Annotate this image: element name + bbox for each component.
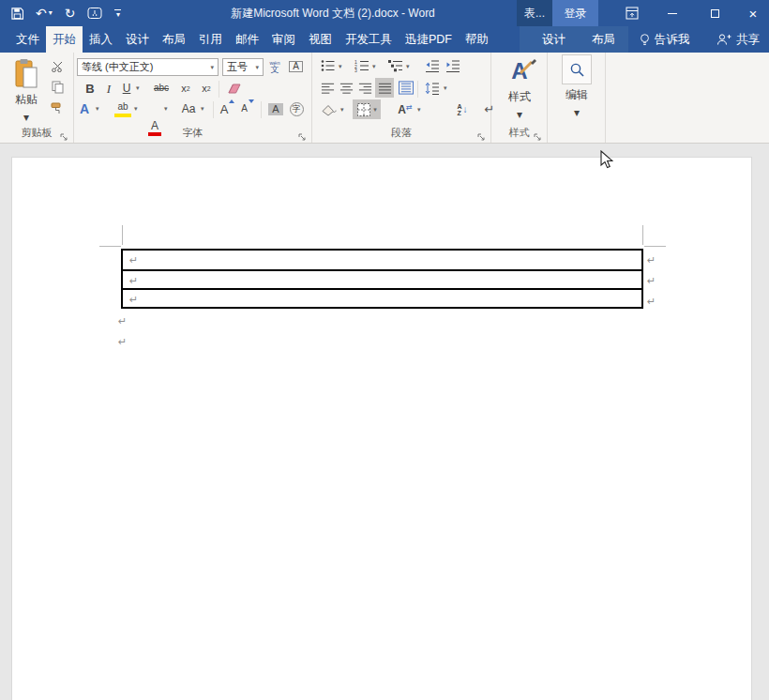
cut-button[interactable] — [49, 59, 66, 74]
table-row[interactable]: ↵ — [123, 251, 641, 269]
editing-button[interactable]: 编辑 ▾ — [556, 54, 597, 131]
tab-mailings[interactable]: 邮件 — [229, 26, 265, 53]
tab-home[interactable]: 开始 — [46, 26, 83, 53]
asian-layout-button[interactable]: A⇄ — [395, 100, 415, 118]
paragraph-group-label: 段落 — [312, 126, 490, 140]
character-border-button[interactable]: A — [287, 57, 305, 76]
tab-layout[interactable]: 布局 — [156, 26, 192, 53]
bold-button[interactable]: B — [82, 79, 98, 98]
enclose-characters-button[interactable]: 字 — [287, 99, 306, 118]
font-size-combobox[interactable]: 五号 ▾ — [222, 58, 264, 76]
shading-button[interactable] — [319, 100, 339, 118]
change-case-dropdown[interactable]: ▾ — [201, 105, 204, 113]
ribbon-display-options-button[interactable] — [614, 0, 650, 26]
save-button[interactable] — [11, 8, 23, 20]
align-left-button[interactable] — [319, 79, 336, 97]
paragraph-dialog-launcher[interactable] — [477, 129, 487, 138]
text-highlight-button[interactable]: ab — [113, 99, 133, 118]
align-center-button[interactable] — [338, 79, 354, 97]
chevron-down-icon: ▾ — [116, 12, 120, 18]
multilevel-list-dropdown[interactable]: ▾ — [406, 63, 410, 70]
distributed-button[interactable] — [397, 79, 415, 97]
maximize-button[interactable] — [696, 0, 733, 26]
table-row[interactable]: ↵ — [123, 288, 641, 307]
arrow-cursor-icon — [600, 150, 613, 170]
customize-qat-button[interactable]: ▾ — [114, 9, 121, 18]
maximize-icon — [711, 9, 719, 18]
font-color-dropdown[interactable]: ▾ — [164, 105, 168, 113]
end-of-row-mark: ↵ — [647, 254, 656, 266]
styles-dialog-launcher[interactable] — [534, 129, 543, 138]
subscript-button[interactable]: x2 — [177, 79, 194, 98]
tab-table-design[interactable]: 设计 — [529, 26, 579, 53]
redo-button[interactable]: ↻ — [65, 7, 76, 20]
tab-insert[interactable]: 插入 — [83, 26, 119, 53]
tab-pdf[interactable]: 迅捷PDF — [399, 26, 459, 53]
grow-font-button[interactable]: A — [219, 99, 236, 118]
bullets-icon — [321, 59, 336, 72]
strikethrough-button[interactable]: abc — [149, 79, 173, 98]
clipboard-dialog-launcher[interactable] — [60, 129, 69, 138]
undo-icon: ↶ — [36, 7, 47, 20]
tab-view[interactable]: 视图 — [302, 26, 339, 53]
touch-mouse-mode-button[interactable] — [87, 7, 102, 20]
asian-layout-dropdown[interactable]: ▾ — [417, 106, 421, 114]
separator — [261, 101, 262, 118]
justify-button[interactable] — [375, 78, 394, 98]
phonetic-guide-button[interactable]: wén文 — [265, 57, 284, 76]
text-effects-button[interactable]: A — [75, 99, 94, 118]
increase-indent-button[interactable] — [444, 57, 461, 74]
borders-dropdown[interactable]: ▾ — [373, 106, 377, 113]
shrink-font-button[interactable]: A — [239, 99, 256, 118]
shading-dropdown[interactable]: ▾ — [340, 106, 344, 114]
line-spacing-dropdown[interactable]: ▾ — [444, 84, 447, 92]
text-effects-dropdown[interactable]: ▾ — [96, 105, 99, 113]
font-name-combobox[interactable]: 等线 (中文正文) ▾ — [77, 58, 219, 76]
line-spacing-button[interactable] — [422, 79, 442, 97]
undo-button[interactable]: ↶▾ — [36, 7, 53, 20]
underline-dropdown[interactable]: ▾ — [136, 84, 140, 92]
numbering-button[interactable]: 123 — [354, 57, 370, 74]
shrink-arrow-icon — [249, 99, 254, 103]
tab-developer[interactable]: 开发工具 — [339, 26, 399, 53]
font-dialog-launcher[interactable] — [298, 129, 308, 138]
tab-file[interactable]: 文件 — [9, 26, 46, 53]
bullets-button[interactable] — [320, 57, 337, 74]
bullets-dropdown[interactable]: ▾ — [339, 63, 342, 70]
superscript-button[interactable]: x2 — [198, 79, 215, 98]
character-border-icon: A — [289, 61, 303, 72]
dialog-launcher-icon — [60, 133, 68, 142]
decrease-indent-button[interactable] — [423, 57, 441, 74]
character-shading-button[interactable]: A — [266, 99, 285, 118]
format-painter-button[interactable] — [49, 100, 66, 115]
text-highlight-dropdown[interactable]: ▾ — [134, 105, 138, 113]
tab-help[interactable]: 帮助 — [459, 26, 495, 53]
align-right-button[interactable] — [356, 79, 373, 97]
font-size-value: 五号 — [227, 60, 248, 74]
sort-button[interactable]: AZ ↓ — [453, 100, 472, 118]
tab-table-layout[interactable]: 布局 — [579, 26, 628, 53]
minimize-button[interactable] — [654, 0, 691, 26]
tab-review[interactable]: 审阅 — [265, 26, 302, 53]
share-button[interactable]: 共享 — [716, 26, 760, 53]
asian-layout-icon: A⇄ — [398, 104, 412, 115]
multilevel-list-button[interactable] — [387, 57, 404, 74]
tell-me-button[interactable]: 告诉我 — [640, 26, 690, 53]
change-case-button[interactable]: Aa — [177, 99, 200, 118]
copy-button[interactable] — [49, 80, 66, 95]
close-button[interactable]: × — [737, 0, 769, 26]
tab-references[interactable]: 引用 — [192, 26, 229, 53]
editing-group: 编辑 ▾ — [548, 53, 606, 143]
numbering-dropdown[interactable]: ▾ — [372, 63, 376, 70]
tab-design[interactable]: 设计 — [119, 26, 156, 53]
sign-in-button[interactable]: 登录 — [552, 0, 598, 26]
table-row[interactable]: ↵ — [123, 269, 641, 288]
styles-button[interactable]: A 样式 ▾ — [499, 56, 540, 129]
italic-button[interactable]: I — [102, 79, 115, 98]
chevron-down-icon: ▾ — [574, 106, 580, 119]
borders-button[interactable]: ▾ — [353, 99, 381, 119]
clear-formatting-button[interactable] — [224, 79, 245, 98]
eraser-icon — [228, 83, 242, 95]
underline-button[interactable]: U — [119, 79, 134, 98]
cell-paragraph-mark: ↵ — [129, 254, 138, 266]
